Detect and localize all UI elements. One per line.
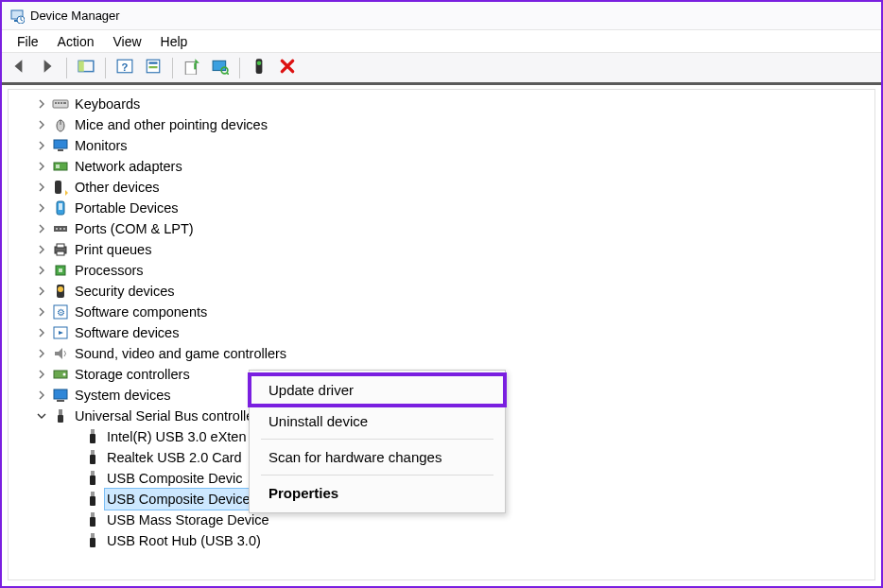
tree-category[interactable]: Monitors <box>14 135 874 156</box>
swcomp-icon <box>52 303 69 320</box>
tree-category-label: Network adapters <box>75 156 182 177</box>
properties-button[interactable] <box>140 55 166 81</box>
context-menu-uninstall[interactable]: Uninstall device <box>250 406 505 437</box>
context-menu-scan[interactable]: Scan for hardware changes <box>250 441 505 473</box>
spacer <box>67 430 80 443</box>
menu-file[interactable]: File <box>8 32 48 51</box>
other-icon <box>52 179 69 196</box>
toolbar-separator <box>172 58 173 78</box>
tree-device-label: USB Root Hub (USB 3.0) <box>107 530 261 551</box>
tree-device-label: USB Composite Devic <box>107 468 242 489</box>
security-icon <box>52 283 69 300</box>
toolbar <box>2 53 881 85</box>
context-menu-update[interactable]: Update driver <box>250 374 505 406</box>
menu-help[interactable]: Help <box>151 32 198 51</box>
show-hide-button[interactable] <box>73 55 99 81</box>
spacer <box>67 493 80 506</box>
chevron-right-icon[interactable] <box>35 347 48 360</box>
tree-category-label: Keyboards <box>75 94 140 114</box>
tree-category[interactable]: Ports (COM & LPT) <box>14 218 874 239</box>
storage-icon <box>52 366 69 383</box>
tree-category[interactable]: Sound, video and game controllers <box>14 343 874 364</box>
tree-category-label: Software components <box>75 302 207 322</box>
chevron-right-icon[interactable] <box>35 201 48 215</box>
update-driver-toolbar-button[interactable] <box>179 55 205 81</box>
enable-button[interactable] <box>246 55 272 81</box>
chevron-right-icon[interactable] <box>35 222 48 235</box>
tree-category[interactable]: Processors <box>14 260 874 281</box>
help-icon <box>116 58 133 78</box>
context-menu-separator <box>261 475 493 476</box>
panel-icon <box>78 58 95 78</box>
tree-device-label: USB Mass Storage Device <box>107 510 269 530</box>
uninstall-toolbar-button[interactable] <box>274 55 301 81</box>
x-icon <box>279 58 296 78</box>
chevron-right-icon[interactable] <box>35 305 48 319</box>
window-title: Device Manager <box>30 9 120 23</box>
update-icon <box>183 58 200 78</box>
tree-category-label: System devices <box>75 385 171 406</box>
tree-category-label: Ports (COM & LPT) <box>75 218 194 239</box>
context-menu: Update driverUninstall deviceScan for ha… <box>249 370 506 513</box>
context-menu-props[interactable]: Properties <box>250 477 505 509</box>
tree-category-label: Storage controllers <box>75 364 190 385</box>
printer-icon <box>52 241 69 258</box>
tree-category-label: Universal Serial Bus controllers <box>75 406 265 426</box>
tree-category-label: Processors <box>75 260 144 281</box>
tree-category[interactable]: Security devices <box>14 281 874 302</box>
tree-category[interactable]: Other devices <box>14 177 874 198</box>
toolbar-separator <box>66 58 67 78</box>
keyboard-icon <box>52 95 69 112</box>
usb-plug-icon <box>84 428 101 445</box>
chevron-right-icon[interactable] <box>35 285 48 298</box>
tree-category[interactable]: Software components <box>14 302 874 322</box>
usb-plug-icon <box>84 511 101 528</box>
tree-device-label: USB Composite Device <box>104 488 253 510</box>
toolbar-separator <box>105 58 106 78</box>
usb-plug-icon <box>84 491 101 508</box>
tree-category[interactable]: Mice and other pointing devices <box>14 114 874 135</box>
enable-icon <box>251 58 268 78</box>
spacer <box>67 451 80 464</box>
port-icon <box>52 220 69 237</box>
mouse-icon <box>52 116 69 133</box>
help-button[interactable] <box>112 55 138 81</box>
menu-bar: File Action View Help <box>2 30 881 53</box>
chevron-right-icon[interactable] <box>35 181 48 194</box>
chevron-right-icon[interactable] <box>35 160 48 173</box>
chevron-right-icon[interactable] <box>35 389 48 402</box>
tree-device-label: Intel(R) USB 3.0 eXten <box>107 426 247 447</box>
menu-action[interactable]: Action <box>48 32 104 51</box>
arrow-left-icon <box>10 58 27 78</box>
tree-category[interactable]: Network adapters <box>14 156 874 177</box>
scan-button[interactable] <box>207 55 234 81</box>
tree-category-label: Software devices <box>75 322 179 343</box>
tree-category[interactable]: Portable Devices <box>14 198 874 218</box>
tree-category-label: Security devices <box>75 281 175 302</box>
chevron-right-icon[interactable] <box>35 118 48 131</box>
chevron-down-icon[interactable] <box>35 409 48 423</box>
sound-icon <box>52 345 69 362</box>
tree-device-label: Realtek USB 2.0 Card <box>107 447 242 468</box>
tree-category[interactable]: Keyboards <box>14 94 874 114</box>
chevron-right-icon[interactable] <box>35 326 48 339</box>
cpu-icon <box>52 262 69 279</box>
chevron-right-icon[interactable] <box>35 139 48 152</box>
props-icon <box>145 58 162 78</box>
chevron-right-icon[interactable] <box>35 97 48 111</box>
sysdev-icon <box>52 387 69 404</box>
chevron-right-icon[interactable] <box>35 368 48 381</box>
tree-device[interactable]: USB Root Hub (USB 3.0) <box>14 530 874 551</box>
chevron-right-icon[interactable] <box>35 264 48 277</box>
tree-category-label: Monitors <box>75 135 128 156</box>
monitor-scan-icon <box>212 58 229 78</box>
menu-view[interactable]: View <box>103 32 150 51</box>
context-menu-separator <box>261 439 493 440</box>
spacer <box>67 472 80 485</box>
device-manager-icon <box>9 9 25 24</box>
chevron-right-icon[interactable] <box>35 243 48 256</box>
spacer <box>67 513 80 527</box>
tree-category[interactable]: Software devices <box>14 322 874 343</box>
portable-icon <box>52 199 69 216</box>
tree-category[interactable]: Print queues <box>14 239 874 260</box>
